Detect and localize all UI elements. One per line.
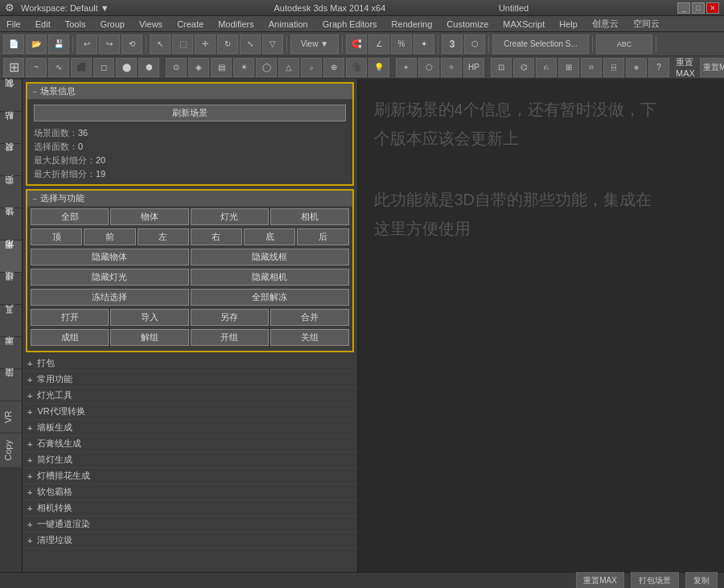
tb2-24[interactable]: ⎌ (536, 58, 557, 77)
collapsed-camera-conv[interactable]: 相机转换 (23, 500, 357, 516)
menu-edit[interactable]: Edit (32, 16, 54, 31)
tb-open[interactable]: 📂 (26, 35, 47, 54)
btn-unfreeze-all[interactable]: 全部解冻 (191, 289, 349, 306)
tb2-26[interactable]: ⌗ (581, 58, 602, 77)
tb-undo-history[interactable]: ⟲ (121, 35, 142, 54)
btn-save-as[interactable]: 另存 (191, 309, 269, 326)
tab-script[interactable]: 脚本 (0, 336, 22, 368)
btn-left[interactable]: 左 (138, 228, 189, 245)
menu-maxscript[interactable]: MAXScript (500, 16, 548, 31)
tb2-18[interactable]: ⌖ (396, 58, 417, 77)
btn-merge[interactable]: 合并 (270, 309, 348, 326)
btn-right[interactable]: 右 (191, 228, 242, 245)
menu-modifiers[interactable]: Modifiers (215, 16, 257, 31)
tb-move[interactable]: ✛ (195, 35, 216, 54)
collapsed-pack[interactable]: 打包 (23, 356, 357, 372)
tb2-1[interactable]: ⊞ (3, 58, 24, 77)
refresh-scene-button[interactable]: 刷新场景 (34, 105, 346, 121)
tb2-25[interactable]: ⊞ (558, 58, 579, 77)
tb-new[interactable]: 📄 (3, 35, 24, 54)
btn-open[interactable]: 打开 (31, 309, 109, 326)
btn-object[interactable]: 物体 (110, 208, 188, 225)
menu-graph-editors[interactable]: Graph Editors (319, 16, 381, 31)
collapsed-clean[interactable]: 清理垃圾 (23, 532, 357, 549)
tb2-11[interactable]: ☀ (233, 58, 254, 77)
tb-ref-coord[interactable]: View ▼ (290, 35, 339, 54)
tab-render[interactable]: 渲染 (0, 368, 22, 401)
btn-freeze-select[interactable]: 冻结选择 (31, 289, 189, 306)
tb-graph[interactable]: Create Selection S... (492, 35, 589, 54)
tb2-28[interactable]: ⎈ (626, 58, 647, 77)
tb-save[interactable]: 💾 (48, 35, 69, 54)
btn-group[interactable]: 成组 (31, 329, 109, 346)
tb2-14[interactable]: ⬦ (301, 58, 322, 77)
tb2-19[interactable]: ⬠ (418, 58, 439, 77)
btn-all[interactable]: 全部 (31, 208, 109, 225)
tb2-5[interactable]: ◻ (93, 58, 114, 77)
tab-vr[interactable]: VR (0, 401, 22, 433)
btn-hide-wireframe[interactable]: 隐藏线框 (191, 249, 349, 265)
tab-modeling[interactable]: 建模 (0, 272, 22, 304)
collapsed-downlight-gen[interactable]: 筒灯生成 (23, 452, 357, 468)
tab-tools[interactable]: 工具 (0, 304, 22, 336)
status-pack-scene[interactable]: 打包场景 (631, 571, 679, 589)
tb-mirror[interactable]: ⬡ (464, 35, 485, 54)
tb2-29[interactable]: ? (648, 58, 669, 77)
tab-copy2[interactable]: Copy (0, 433, 22, 467)
btn-back[interactable]: 后 (297, 228, 348, 245)
close-button[interactable]: ✕ (706, 2, 719, 14)
tb-redo[interactable]: ↪ (99, 35, 120, 54)
btn-ungroup[interactable]: 解组 (110, 329, 188, 346)
btn-hide-camera[interactable]: 隐藏相机 (191, 269, 349, 286)
tb-rotate[interactable]: ↻ (217, 35, 238, 54)
collapsed-slot-gen[interactable]: 灯槽排花生成 (23, 468, 357, 484)
tb-undo[interactable]: ↩ (76, 35, 97, 54)
tb2-12[interactable]: ◯ (256, 58, 277, 77)
btn-hide-light[interactable]: 隐藏灯光 (31, 269, 189, 286)
tb2-4[interactable]: ⬛ (71, 58, 92, 77)
menu-views[interactable]: Views (136, 16, 166, 31)
status-copy[interactable]: 复制 (685, 571, 718, 589)
btn-import[interactable]: 导入 (110, 309, 188, 326)
collapsed-common-func[interactable]: 常用功能 (23, 372, 357, 388)
tb2-6[interactable]: ⬤ (116, 58, 137, 77)
collapsed-plaster-gen[interactable]: 石膏线生成 (23, 436, 357, 452)
tb-select-region[interactable]: ⬚ (172, 35, 193, 54)
tab-quick[interactable]: 快速 (0, 208, 22, 240)
btn-bottom[interactable]: 底 (244, 228, 295, 245)
tb2-15[interactable]: ⊕ (323, 58, 344, 77)
workspace-label[interactable]: Workspace: Default ▼ (21, 3, 109, 13)
btn-close-group[interactable]: 关组 (270, 329, 348, 346)
tb2-20[interactable]: ✧ (441, 58, 462, 77)
tb2-22[interactable]: ⊡ (491, 58, 512, 77)
collapsed-channel-render[interactable]: 一键通道渲染 (23, 516, 357, 532)
collapsed-light-tools[interactable]: 灯光工具 (23, 388, 357, 404)
collapsed-vr-proxy[interactable]: VR代理转换 (23, 404, 357, 420)
tb2-21[interactable]: HP (463, 58, 484, 77)
tb2-23[interactable]: ⌬ (513, 58, 534, 77)
menu-customize[interactable]: Customize (443, 16, 492, 31)
tb-spinner-snap[interactable]: ✦ (413, 35, 434, 54)
collapsed-soft-pad[interactable]: 软包霸格 (23, 484, 357, 500)
btn-light[interactable]: 灯光 (191, 208, 269, 225)
tb2-17[interactable]: 💡 (368, 58, 389, 77)
btn-top[interactable]: 顶 (31, 228, 82, 245)
tb-scale[interactable]: ⤡ (240, 35, 261, 54)
menu-rendering[interactable]: Rendering (389, 16, 436, 31)
menu-help[interactable]: Help (556, 16, 581, 31)
menu-tools[interactable]: Tools (62, 16, 89, 31)
collapsed-wall-gen[interactable]: 墙板生成 (23, 420, 357, 436)
tb2-8[interactable]: ⊙ (166, 58, 187, 77)
menu-creative-cloud[interactable]: 创意云 (589, 16, 622, 31)
btn-front[interactable]: 前 (84, 228, 135, 245)
menu-file[interactable]: File (3, 16, 24, 31)
maximize-button[interactable]: □ (692, 2, 705, 14)
tb2-9[interactable]: ◈ (188, 58, 209, 77)
tb2-10[interactable]: ▤ (211, 58, 232, 77)
tab-copy[interactable]: 复制 (0, 79, 22, 111)
tb2-reset[interactable]: 重置MAX (700, 58, 724, 77)
btn-hide-object[interactable]: 隐藏物体 (31, 249, 189, 265)
tb-percent-snap[interactable]: % (391, 35, 412, 54)
menu-animation[interactable]: Animation (265, 16, 311, 31)
tb2-16[interactable]: 🎥 (346, 58, 367, 77)
